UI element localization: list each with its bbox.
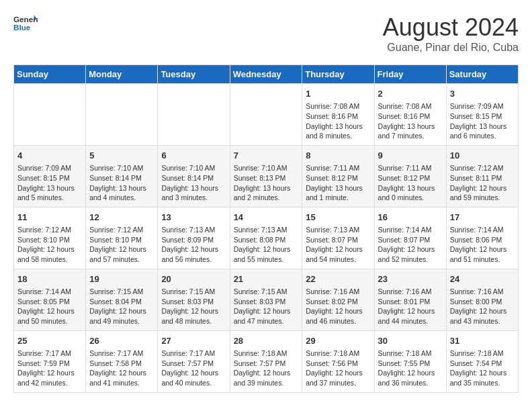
day-number: 11 — [17, 212, 82, 224]
day-number: 29 — [306, 335, 370, 347]
calendar-week-4: 18Sunrise: 7:14 AM Sunset: 8:05 PM Dayli… — [14, 269, 519, 330]
calendar-day-20: 20Sunrise: 7:15 AM Sunset: 8:03 PM Dayli… — [158, 269, 230, 330]
day-header-saturday: Saturday — [446, 65, 518, 84]
calendar-day-15: 15Sunrise: 7:13 AM Sunset: 8:07 PM Dayli… — [302, 207, 374, 269]
calendar-empty — [14, 84, 86, 146]
logo: General Blue — [13, 13, 38, 32]
calendar-header-row: SundayMondayTuesdayWednesdayThursdayFrid… — [14, 65, 519, 84]
calendar-empty — [86, 84, 158, 146]
calendar-table: SundayMondayTuesdayWednesdayThursdayFrid… — [13, 64, 519, 393]
day-info: Sunrise: 7:09 AM Sunset: 8:15 PM Dayligh… — [17, 163, 82, 203]
calendar-day-11: 11Sunrise: 7:12 AM Sunset: 8:10 PM Dayli… — [14, 207, 86, 269]
day-header-sunday: Sunday — [14, 65, 86, 84]
calendar-day-24: 24Sunrise: 7:16 AM Sunset: 8:00 PM Dayli… — [446, 269, 518, 330]
calendar-day-6: 6Sunrise: 7:10 AM Sunset: 8:14 PM Daylig… — [158, 145, 230, 207]
day-info: Sunrise: 7:08 AM Sunset: 8:16 PM Dayligh… — [378, 101, 443, 141]
calendar-day-26: 26Sunrise: 7:17 AM Sunset: 7:58 PM Dayli… — [86, 330, 158, 392]
day-info: Sunrise: 7:13 AM Sunset: 8:07 PM Dayligh… — [306, 225, 370, 265]
day-info: Sunrise: 7:16 AM Sunset: 8:00 PM Dayligh… — [450, 287, 515, 326]
day-number: 25 — [17, 335, 82, 347]
calendar-day-16: 16Sunrise: 7:14 AM Sunset: 8:07 PM Dayli… — [374, 207, 446, 269]
day-number: 5 — [89, 150, 154, 162]
day-number: 26 — [89, 335, 154, 347]
calendar-day-2: 2Sunrise: 7:08 AM Sunset: 8:16 PM Daylig… — [374, 84, 446, 146]
day-info: Sunrise: 7:18 AM Sunset: 7:56 PM Dayligh… — [306, 349, 370, 388]
page-header: General Blue August 2024 Guane, Pinar de… — [13, 13, 519, 54]
main-title: August 2024 — [383, 13, 519, 42]
day-info: Sunrise: 7:15 AM Sunset: 8:03 PM Dayligh… — [161, 287, 226, 326]
day-info: Sunrise: 7:14 AM Sunset: 8:06 PM Dayligh… — [450, 225, 515, 265]
title-block: August 2024 Guane, Pinar del Rio, Cuba — [383, 13, 519, 54]
day-number: 14 — [234, 212, 299, 224]
day-number: 20 — [161, 273, 226, 285]
calendar-day-3: 3Sunrise: 7:09 AM Sunset: 8:15 PM Daylig… — [446, 84, 518, 146]
day-number: 17 — [450, 212, 515, 224]
day-info: Sunrise: 7:18 AM Sunset: 7:54 PM Dayligh… — [450, 349, 515, 388]
day-header-monday: Monday — [86, 65, 158, 84]
calendar-day-19: 19Sunrise: 7:15 AM Sunset: 8:04 PM Dayli… — [86, 269, 158, 330]
calendar-week-5: 25Sunrise: 7:17 AM Sunset: 7:59 PM Dayli… — [14, 330, 519, 392]
calendar-day-5: 5Sunrise: 7:10 AM Sunset: 8:14 PM Daylig… — [86, 145, 158, 207]
day-header-wednesday: Wednesday — [230, 65, 302, 84]
day-info: Sunrise: 7:12 AM Sunset: 8:10 PM Dayligh… — [89, 225, 154, 265]
day-info: Sunrise: 7:10 AM Sunset: 8:13 PM Dayligh… — [234, 163, 299, 203]
calendar-day-7: 7Sunrise: 7:10 AM Sunset: 8:13 PM Daylig… — [230, 145, 302, 207]
day-number: 8 — [306, 150, 370, 162]
day-number: 18 — [17, 273, 82, 285]
day-number: 19 — [89, 273, 154, 285]
day-number: 31 — [450, 335, 515, 347]
day-info: Sunrise: 7:16 AM Sunset: 8:01 PM Dayligh… — [378, 287, 443, 326]
day-number: 7 — [234, 150, 299, 162]
day-info: Sunrise: 7:11 AM Sunset: 8:12 PM Dayligh… — [378, 163, 443, 203]
day-info: Sunrise: 7:12 AM Sunset: 8:10 PM Dayligh… — [17, 225, 82, 265]
svg-text:Blue: Blue — [13, 23, 31, 32]
day-info: Sunrise: 7:17 AM Sunset: 7:57 PM Dayligh… — [161, 349, 226, 388]
calendar-day-17: 17Sunrise: 7:14 AM Sunset: 8:06 PM Dayli… — [446, 207, 518, 269]
day-number: 23 — [378, 273, 443, 285]
day-info: Sunrise: 7:18 AM Sunset: 7:57 PM Dayligh… — [234, 349, 299, 388]
day-number: 9 — [378, 150, 443, 162]
calendar-day-10: 10Sunrise: 7:12 AM Sunset: 8:11 PM Dayli… — [446, 145, 518, 207]
calendar-day-8: 8Sunrise: 7:11 AM Sunset: 8:12 PM Daylig… — [302, 145, 374, 207]
calendar-day-27: 27Sunrise: 7:17 AM Sunset: 7:57 PM Dayli… — [158, 330, 230, 392]
day-info: Sunrise: 7:16 AM Sunset: 8:02 PM Dayligh… — [306, 287, 370, 326]
calendar-day-1: 1Sunrise: 7:08 AM Sunset: 8:16 PM Daylig… — [302, 84, 374, 146]
day-info: Sunrise: 7:10 AM Sunset: 8:14 PM Dayligh… — [161, 163, 226, 203]
day-info: Sunrise: 7:14 AM Sunset: 8:05 PM Dayligh… — [17, 287, 82, 326]
day-number: 3 — [450, 88, 515, 100]
day-number: 13 — [161, 212, 226, 224]
calendar-empty — [230, 84, 302, 146]
calendar-day-22: 22Sunrise: 7:16 AM Sunset: 8:02 PM Dayli… — [302, 269, 374, 330]
day-info: Sunrise: 7:13 AM Sunset: 8:08 PM Dayligh… — [234, 225, 299, 265]
day-info: Sunrise: 7:18 AM Sunset: 7:55 PM Dayligh… — [378, 349, 443, 388]
day-info: Sunrise: 7:17 AM Sunset: 7:58 PM Dayligh… — [89, 349, 154, 388]
day-info: Sunrise: 7:08 AM Sunset: 8:16 PM Dayligh… — [306, 101, 370, 141]
day-number: 28 — [234, 335, 299, 347]
calendar-day-12: 12Sunrise: 7:12 AM Sunset: 8:10 PM Dayli… — [86, 207, 158, 269]
calendar-week-3: 11Sunrise: 7:12 AM Sunset: 8:10 PM Dayli… — [14, 207, 519, 269]
day-number: 27 — [161, 335, 226, 347]
day-number: 2 — [378, 88, 443, 100]
day-info: Sunrise: 7:15 AM Sunset: 8:03 PM Dayligh… — [234, 287, 299, 326]
calendar-day-21: 21Sunrise: 7:15 AM Sunset: 8:03 PM Dayli… — [230, 269, 302, 330]
calendar-day-9: 9Sunrise: 7:11 AM Sunset: 8:12 PM Daylig… — [374, 145, 446, 207]
calendar-day-25: 25Sunrise: 7:17 AM Sunset: 7:59 PM Dayli… — [14, 330, 86, 392]
day-info: Sunrise: 7:14 AM Sunset: 8:07 PM Dayligh… — [378, 225, 443, 265]
calendar-day-23: 23Sunrise: 7:16 AM Sunset: 8:01 PM Dayli… — [374, 269, 446, 330]
day-header-tuesday: Tuesday — [158, 65, 230, 84]
calendar-week-1: 1Sunrise: 7:08 AM Sunset: 8:16 PM Daylig… — [14, 84, 519, 146]
day-number: 24 — [450, 273, 515, 285]
day-info: Sunrise: 7:15 AM Sunset: 8:04 PM Dayligh… — [89, 287, 154, 326]
calendar-empty — [158, 84, 230, 146]
calendar-day-29: 29Sunrise: 7:18 AM Sunset: 7:56 PM Dayli… — [302, 330, 374, 392]
day-number: 1 — [306, 88, 370, 100]
calendar-day-14: 14Sunrise: 7:13 AM Sunset: 8:08 PM Dayli… — [230, 207, 302, 269]
day-number: 6 — [161, 150, 226, 162]
day-info: Sunrise: 7:12 AM Sunset: 8:11 PM Dayligh… — [450, 163, 515, 203]
day-info: Sunrise: 7:11 AM Sunset: 8:12 PM Dayligh… — [306, 163, 370, 203]
calendar-day-13: 13Sunrise: 7:13 AM Sunset: 8:09 PM Dayli… — [158, 207, 230, 269]
day-header-thursday: Thursday — [302, 65, 374, 84]
calendar-day-4: 4Sunrise: 7:09 AM Sunset: 8:15 PM Daylig… — [14, 145, 86, 207]
calendar-body: 1Sunrise: 7:08 AM Sunset: 8:16 PM Daylig… — [14, 84, 519, 393]
calendar-day-18: 18Sunrise: 7:14 AM Sunset: 8:05 PM Dayli… — [14, 269, 86, 330]
